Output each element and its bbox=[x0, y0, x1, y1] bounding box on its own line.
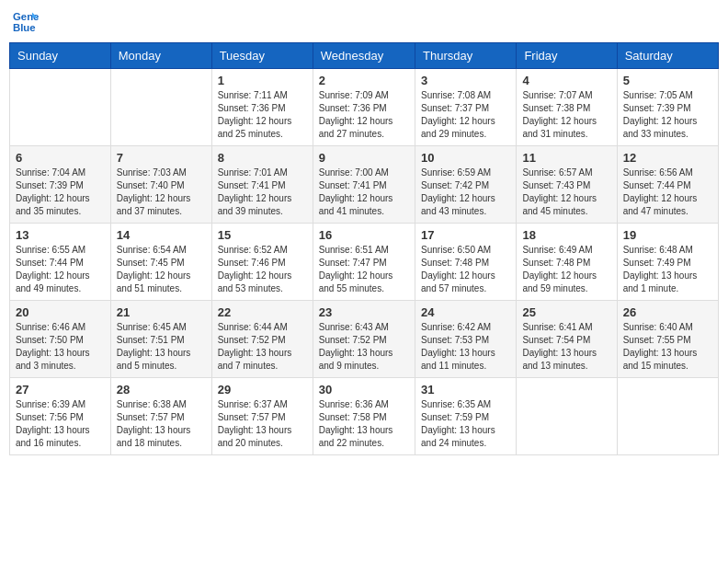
day-info: Sunrise: 6:39 AM Sunset: 7:56 PM Dayligh… bbox=[16, 398, 105, 450]
day-info: Sunrise: 6:52 AM Sunset: 7:46 PM Dayligh… bbox=[218, 244, 307, 295]
day-info: Sunrise: 6:42 AM Sunset: 7:53 PM Dayligh… bbox=[421, 321, 510, 373]
day-number: 4 bbox=[522, 74, 610, 87]
day-info: Sunrise: 6:35 AM Sunset: 7:59 PM Dayligh… bbox=[421, 398, 510, 450]
calendar-cell: 15Sunrise: 6:52 AM Sunset: 7:46 PM Dayli… bbox=[211, 224, 313, 301]
calendar-cell bbox=[517, 378, 617, 455]
calendar-cell: 25Sunrise: 6:41 AM Sunset: 7:54 PM Dayli… bbox=[517, 301, 617, 378]
calendar-week-row: 20Sunrise: 6:46 AM Sunset: 7:50 PM Dayli… bbox=[10, 301, 719, 378]
day-number: 14 bbox=[117, 228, 206, 242]
day-number: 27 bbox=[16, 383, 105, 396]
day-number: 26 bbox=[623, 305, 712, 319]
day-info: Sunrise: 6:57 AM Sunset: 7:43 PM Dayligh… bbox=[522, 167, 610, 218]
day-info: Sunrise: 6:45 AM Sunset: 7:51 PM Dayligh… bbox=[117, 321, 206, 373]
calendar-cell bbox=[10, 69, 111, 146]
calendar-week-row: 27Sunrise: 6:39 AM Sunset: 7:56 PM Dayli… bbox=[10, 378, 719, 455]
calendar-cell: 10Sunrise: 6:59 AM Sunset: 7:42 PM Dayli… bbox=[415, 146, 517, 224]
day-number: 28 bbox=[117, 383, 206, 396]
day-number: 1 bbox=[218, 74, 307, 87]
day-info: Sunrise: 7:03 AM Sunset: 7:40 PM Dayligh… bbox=[117, 167, 206, 218]
calendar-cell bbox=[617, 378, 718, 455]
calendar-week-row: 6Sunrise: 7:04 AM Sunset: 7:39 PM Daylig… bbox=[10, 146, 719, 224]
day-info: Sunrise: 7:09 AM Sunset: 7:36 PM Dayligh… bbox=[319, 89, 409, 141]
day-number: 19 bbox=[623, 228, 712, 242]
day-number: 20 bbox=[16, 305, 105, 319]
weekday-header: Monday bbox=[110, 43, 211, 69]
day-info: Sunrise: 6:49 AM Sunset: 7:48 PM Dayligh… bbox=[522, 244, 610, 295]
day-number: 13 bbox=[16, 228, 105, 242]
weekday-header: Sunday bbox=[10, 43, 111, 69]
day-info: Sunrise: 6:38 AM Sunset: 7:57 PM Dayligh… bbox=[117, 398, 206, 450]
calendar-cell bbox=[110, 69, 211, 146]
day-info: Sunrise: 6:56 AM Sunset: 7:44 PM Dayligh… bbox=[623, 167, 712, 218]
calendar-cell: 4Sunrise: 7:07 AM Sunset: 7:38 PM Daylig… bbox=[517, 69, 617, 146]
day-info: Sunrise: 6:51 AM Sunset: 7:47 PM Dayligh… bbox=[319, 244, 409, 295]
day-number: 30 bbox=[319, 383, 409, 396]
calendar-cell: 13Sunrise: 6:55 AM Sunset: 7:44 PM Dayli… bbox=[10, 224, 111, 301]
weekday-header: Thursday bbox=[415, 43, 517, 69]
calendar-cell: 28Sunrise: 6:38 AM Sunset: 7:57 PM Dayli… bbox=[110, 378, 211, 455]
calendar-cell: 21Sunrise: 6:45 AM Sunset: 7:51 PM Dayli… bbox=[110, 301, 211, 378]
day-info: Sunrise: 6:37 AM Sunset: 7:57 PM Dayligh… bbox=[218, 398, 307, 450]
calendar-cell: 24Sunrise: 6:42 AM Sunset: 7:53 PM Dayli… bbox=[415, 301, 517, 378]
day-number: 18 bbox=[522, 228, 610, 242]
day-info: Sunrise: 7:07 AM Sunset: 7:38 PM Dayligh… bbox=[522, 89, 610, 141]
day-info: Sunrise: 7:08 AM Sunset: 7:37 PM Dayligh… bbox=[421, 89, 510, 141]
day-number: 22 bbox=[218, 305, 307, 319]
calendar-cell: 26Sunrise: 6:40 AM Sunset: 7:55 PM Dayli… bbox=[617, 301, 718, 378]
day-info: Sunrise: 7:01 AM Sunset: 7:41 PM Dayligh… bbox=[218, 167, 307, 218]
calendar-cell: 12Sunrise: 6:56 AM Sunset: 7:44 PM Dayli… bbox=[617, 146, 718, 224]
day-number: 25 bbox=[522, 305, 610, 319]
day-number: 23 bbox=[319, 305, 409, 319]
day-info: Sunrise: 6:43 AM Sunset: 7:52 PM Dayligh… bbox=[319, 321, 409, 373]
day-info: Sunrise: 6:50 AM Sunset: 7:48 PM Dayligh… bbox=[421, 244, 510, 295]
calendar-cell: 2Sunrise: 7:09 AM Sunset: 7:36 PM Daylig… bbox=[313, 69, 415, 146]
calendar-header-row: SundayMondayTuesdayWednesdayThursdayFrid… bbox=[10, 43, 719, 69]
logo: General Blue bbox=[13, 9, 39, 35]
day-info: Sunrise: 7:00 AM Sunset: 7:41 PM Dayligh… bbox=[319, 167, 409, 218]
day-info: Sunrise: 6:36 AM Sunset: 7:58 PM Dayligh… bbox=[319, 398, 409, 450]
calendar-cell: 6Sunrise: 7:04 AM Sunset: 7:39 PM Daylig… bbox=[10, 146, 111, 224]
day-number: 7 bbox=[117, 151, 206, 165]
day-info: Sunrise: 6:40 AM Sunset: 7:55 PM Dayligh… bbox=[623, 321, 712, 373]
day-info: Sunrise: 6:46 AM Sunset: 7:50 PM Dayligh… bbox=[16, 321, 105, 373]
weekday-header: Friday bbox=[517, 43, 617, 69]
calendar-cell: 8Sunrise: 7:01 AM Sunset: 7:41 PM Daylig… bbox=[211, 146, 313, 224]
calendar-cell: 9Sunrise: 7:00 AM Sunset: 7:41 PM Daylig… bbox=[313, 146, 415, 224]
day-number: 16 bbox=[319, 228, 409, 242]
calendar-cell: 22Sunrise: 6:44 AM Sunset: 7:52 PM Dayli… bbox=[211, 301, 313, 378]
calendar-cell: 30Sunrise: 6:36 AM Sunset: 7:58 PM Dayli… bbox=[313, 378, 415, 455]
calendar-cell: 18Sunrise: 6:49 AM Sunset: 7:48 PM Dayli… bbox=[517, 224, 617, 301]
day-number: 17 bbox=[421, 228, 510, 242]
svg-text:Blue: Blue bbox=[13, 22, 36, 33]
calendar-cell: 5Sunrise: 7:05 AM Sunset: 7:39 PM Daylig… bbox=[617, 69, 718, 146]
calendar-cell: 19Sunrise: 6:48 AM Sunset: 7:49 PM Dayli… bbox=[617, 224, 718, 301]
calendar-cell: 7Sunrise: 7:03 AM Sunset: 7:40 PM Daylig… bbox=[110, 146, 211, 224]
day-number: 5 bbox=[623, 74, 712, 87]
day-number: 24 bbox=[421, 305, 510, 319]
calendar-cell: 29Sunrise: 6:37 AM Sunset: 7:57 PM Dayli… bbox=[211, 378, 313, 455]
calendar-cell: 20Sunrise: 6:46 AM Sunset: 7:50 PM Dayli… bbox=[10, 301, 111, 378]
calendar-week-row: 13Sunrise: 6:55 AM Sunset: 7:44 PM Dayli… bbox=[10, 224, 719, 301]
day-number: 15 bbox=[218, 228, 307, 242]
logo-icon: General Blue bbox=[13, 9, 39, 35]
day-number: 12 bbox=[623, 151, 712, 165]
calendar-cell: 14Sunrise: 6:54 AM Sunset: 7:45 PM Dayli… bbox=[110, 224, 211, 301]
calendar-cell: 3Sunrise: 7:08 AM Sunset: 7:37 PM Daylig… bbox=[415, 69, 517, 146]
calendar-table: SundayMondayTuesdayWednesdayThursdayFrid… bbox=[9, 42, 719, 455]
day-info: Sunrise: 6:54 AM Sunset: 7:45 PM Dayligh… bbox=[117, 244, 206, 295]
day-number: 9 bbox=[319, 151, 409, 165]
day-info: Sunrise: 7:05 AM Sunset: 7:39 PM Dayligh… bbox=[623, 89, 712, 141]
day-info: Sunrise: 6:41 AM Sunset: 7:54 PM Dayligh… bbox=[522, 321, 610, 373]
day-number: 29 bbox=[218, 383, 307, 396]
weekday-header: Tuesday bbox=[211, 43, 313, 69]
calendar-cell: 27Sunrise: 6:39 AM Sunset: 7:56 PM Dayli… bbox=[10, 378, 111, 455]
day-number: 11 bbox=[522, 151, 610, 165]
day-number: 2 bbox=[319, 74, 409, 87]
day-info: Sunrise: 6:59 AM Sunset: 7:42 PM Dayligh… bbox=[421, 167, 510, 218]
weekday-header: Saturday bbox=[617, 43, 718, 69]
day-info: Sunrise: 6:55 AM Sunset: 7:44 PM Dayligh… bbox=[16, 244, 105, 295]
calendar-cell: 1Sunrise: 7:11 AM Sunset: 7:36 PM Daylig… bbox=[211, 69, 313, 146]
day-info: Sunrise: 7:04 AM Sunset: 7:39 PM Dayligh… bbox=[16, 167, 105, 218]
calendar-cell: 31Sunrise: 6:35 AM Sunset: 7:59 PM Dayli… bbox=[415, 378, 517, 455]
day-info: Sunrise: 7:11 AM Sunset: 7:36 PM Dayligh… bbox=[218, 89, 307, 141]
